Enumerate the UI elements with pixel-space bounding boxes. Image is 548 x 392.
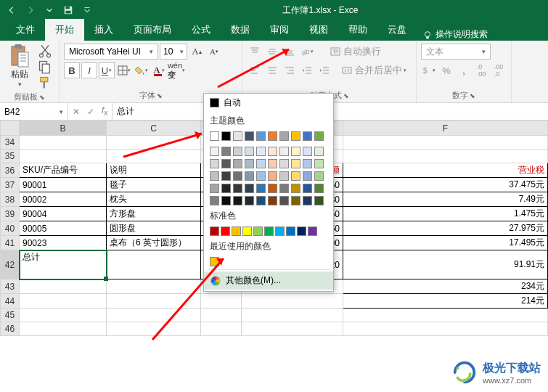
cell[interactable] — [242, 309, 343, 322]
row-header[interactable]: 37 — [1, 178, 20, 192]
selection-handle[interactable] — [104, 277, 108, 281]
dialog-launcher-icon[interactable]: ⬊ — [157, 92, 163, 99]
cell[interactable]: 17.495元 — [343, 236, 548, 250]
cell[interactable]: 91.91元 — [343, 250, 548, 279]
merge-center-button[interactable]: 合并后居中▾ — [338, 62, 410, 78]
row-header[interactable]: 39 — [1, 207, 20, 221]
color-swatch[interactable] — [256, 184, 266, 193]
tab-data[interactable]: 数据 — [221, 19, 260, 41]
cell[interactable] — [20, 136, 107, 150]
color-swatch[interactable] — [221, 226, 230, 236]
color-swatch[interactable] — [210, 131, 219, 141]
increase-indent-icon[interactable] — [316, 62, 332, 78]
tab-cloud[interactable]: 云盘 — [377, 19, 417, 41]
cell[interactable]: 1.475元 — [343, 207, 548, 221]
color-swatch[interactable] — [268, 147, 277, 156]
cell[interactable]: 说明 — [107, 163, 201, 178]
color-swatch[interactable] — [303, 147, 312, 156]
color-swatch[interactable] — [221, 196, 231, 205]
format-painter-icon[interactable] — [38, 75, 52, 90]
save-icon[interactable] — [60, 2, 77, 18]
cell[interactable]: 圆形盘 — [107, 221, 201, 236]
color-swatch[interactable] — [245, 131, 254, 141]
color-swatch[interactable] — [268, 196, 277, 205]
color-swatch[interactable] — [210, 226, 219, 236]
cell[interactable]: 枕头 — [107, 192, 201, 207]
color-swatch[interactable] — [279, 147, 289, 156]
fill-color-button[interactable]: ▾ — [134, 62, 150, 78]
cell[interactable]: 234元 — [343, 279, 548, 294]
color-swatch[interactable] — [210, 196, 219, 205]
color-swatch[interactable] — [256, 131, 266, 141]
color-swatch[interactable] — [291, 147, 300, 156]
color-swatch[interactable] — [233, 147, 242, 156]
cut-icon[interactable] — [38, 44, 52, 58]
cell[interactable]: 毯子 — [107, 178, 201, 192]
cell[interactable] — [20, 322, 107, 336]
increase-decimal-icon[interactable]: .0.00 — [473, 62, 489, 78]
color-swatch[interactable] — [303, 159, 312, 168]
cell[interactable]: SKU/产品编号 — [20, 163, 107, 178]
cell[interactable] — [343, 322, 548, 336]
color-swatch[interactable] — [279, 171, 289, 181]
color-swatch[interactable] — [303, 171, 312, 181]
border-button[interactable]: ▾ — [116, 62, 132, 78]
phonetic-button[interactable]: wén变▾ — [168, 62, 184, 78]
wrap-text-button[interactable]: 自动换行 — [327, 44, 385, 60]
color-swatch[interactable] — [245, 196, 254, 205]
row-header[interactable]: 46 — [1, 322, 20, 336]
dialog-launcher-icon[interactable]: ⬊ — [343, 92, 349, 99]
color-swatch[interactable] — [279, 184, 289, 193]
color-swatch[interactable] — [256, 196, 266, 205]
color-swatch[interactable] — [291, 171, 300, 181]
cell[interactable] — [20, 294, 107, 309]
color-swatch[interactable] — [279, 131, 289, 141]
tab-insert[interactable]: 插入 — [84, 19, 123, 41]
cell[interactable]: 90004 — [20, 207, 107, 221]
cell[interactable]: 214元 — [343, 294, 548, 309]
cell[interactable] — [343, 136, 548, 150]
qat-customize-icon[interactable] — [78, 2, 96, 18]
cell[interactable]: 37.475元 — [343, 178, 548, 192]
tell-me[interactable]: 操作说明搜索 — [422, 28, 488, 41]
color-swatch[interactable] — [314, 159, 324, 168]
color-swatch[interactable] — [314, 171, 324, 181]
color-swatch[interactable] — [268, 171, 277, 181]
color-swatch[interactable] — [303, 196, 312, 205]
cell[interactable] — [343, 150, 548, 163]
color-swatch[interactable] — [256, 171, 266, 181]
cell[interactable]: 90002 — [20, 192, 107, 207]
tab-formulas[interactable]: 公式 — [181, 19, 221, 41]
color-swatch[interactable] — [210, 147, 219, 156]
row-header[interactable]: 41 — [1, 236, 20, 250]
tab-page-layout[interactable]: 页面布局 — [123, 19, 181, 41]
decrease-decimal-icon[interactable]: .00.0 — [491, 62, 507, 78]
cell[interactable]: 营业税 — [343, 163, 548, 178]
color-swatch[interactable] — [210, 184, 219, 193]
color-swatch[interactable] — [233, 159, 242, 168]
cell[interactable] — [20, 309, 107, 322]
tab-view[interactable]: 视图 — [299, 19, 338, 41]
dialog-launcher-icon[interactable]: ⬊ — [39, 94, 45, 101]
comma-icon[interactable]: , — [456, 62, 472, 78]
color-swatch[interactable] — [256, 159, 266, 168]
color-swatch[interactable] — [268, 184, 277, 193]
color-swatch[interactable] — [291, 184, 300, 193]
row-header[interactable]: 36 — [1, 163, 20, 178]
cell[interactable]: 桌布（6 英寸圆形） — [107, 236, 201, 250]
italic-button[interactable]: I — [81, 62, 97, 78]
tab-file[interactable]: 文件 — [6, 19, 45, 41]
cell[interactable]: 90001 — [20, 178, 107, 192]
row-header[interactable]: 44 — [1, 294, 20, 309]
color-swatch[interactable] — [314, 131, 324, 141]
color-swatch[interactable] — [221, 159, 231, 168]
color-swatch[interactable] — [233, 131, 242, 141]
increase-font-icon[interactable]: A▴ — [189, 44, 205, 60]
color-swatch[interactable] — [291, 159, 300, 168]
color-swatch[interactable] — [242, 226, 252, 236]
row-header[interactable]: 42 — [1, 250, 20, 279]
row-header[interactable]: 35 — [1, 150, 20, 163]
currency-icon[interactable]: $▾ — [421, 62, 437, 78]
color-swatch[interactable] — [245, 171, 254, 181]
color-swatch[interactable] — [233, 171, 242, 181]
